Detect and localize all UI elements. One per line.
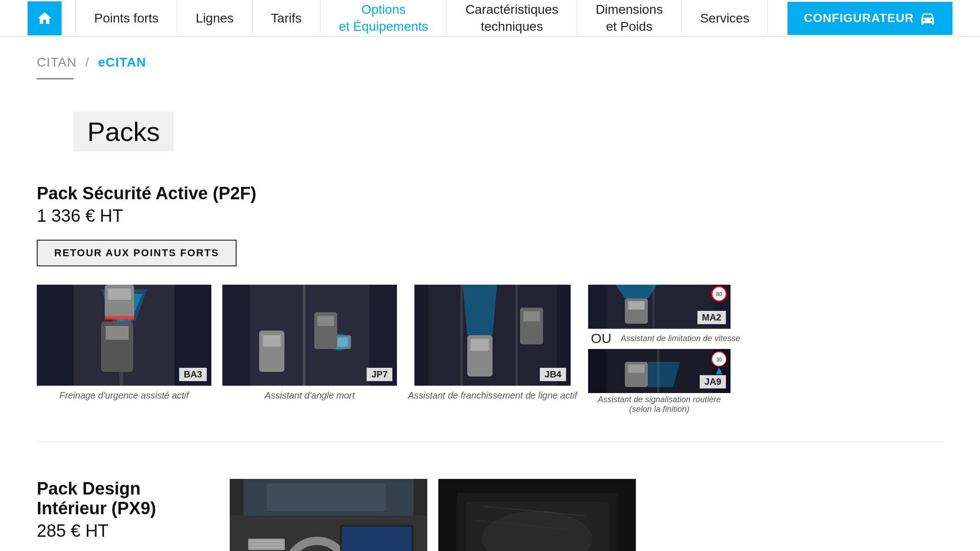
pack1-img-brake: BA3 — [37, 285, 211, 386]
svg-rect-19 — [317, 316, 334, 326]
pack2-img-fi9: FI9 — [438, 479, 636, 551]
ou-label: OU — [591, 331, 612, 346]
pack1-images-row: BA3 Freinage d'urgence assisté actif — [37, 285, 943, 414]
pack2-section: Pack Design Intérieur (PX9) 285 € HT Le … — [0, 465, 980, 551]
svg-rect-4 — [106, 326, 129, 340]
ja9-caption: Assistant de signalisation routière (sel… — [588, 395, 731, 414]
svg-rect-59 — [266, 484, 386, 511]
svg-marker-26 — [463, 285, 497, 335]
car-icon — [919, 10, 936, 27]
svg-rect-56 — [250, 543, 283, 545]
page-title: Packs — [87, 116, 160, 147]
pack2-price: 285 € HT — [37, 521, 202, 541]
pack2-images-row: ★ FP4 Bouches d'aér — [230, 479, 636, 551]
svg-rect-14 — [263, 335, 281, 347]
pack2-title: Pack Design Intérieur (PX9) — [37, 479, 202, 518]
retour-button[interactable]: RETOUR AUX POINTS FORTS — [37, 240, 237, 266]
svg-rect-33 — [628, 301, 645, 309]
home-button[interactable] — [28, 1, 62, 35]
pack2-info: Pack Design Intérieur (PX9) 285 € HT Le … — [37, 479, 202, 551]
pack1-img-ma2: 80 MA2 — [588, 285, 731, 329]
pack1-section: Pack Sécurité Active (P2F) 1 336 € HT RE… — [0, 184, 980, 442]
nav-item-tarifs[interactable]: Tarifs — [253, 0, 321, 36]
ma2-caption: Assistant de limitation de vitesse — [621, 334, 740, 343]
svg-rect-8 — [108, 288, 131, 300]
svg-rect-22 — [460, 285, 463, 386]
pack1-image-1: BA3 Freinage d'urgence assisté actif — [37, 285, 211, 401]
pack1-img-lane: JB4 — [414, 285, 571, 386]
pack1-badge-ma2: MA2 — [697, 311, 726, 324]
svg-text:80: 80 — [716, 291, 722, 298]
pack1-img-mirror: JP7 — [222, 285, 397, 386]
pack1-image-3: JB4 Assistant de franchissement de ligne… — [408, 285, 577, 401]
nav-item-options[interactable]: Optionset Équipements — [320, 0, 447, 36]
home-icon — [36, 10, 53, 27]
svg-rect-9 — [105, 316, 134, 320]
pack2-image-2: FI9 Pièce de garniture de tableau de bor… — [438, 479, 636, 551]
pack1-caption-3: Assistant de franchissement de ligne act… — [408, 390, 577, 401]
section-separator — [37, 442, 943, 442]
svg-rect-53 — [342, 527, 412, 551]
pack1-caption-2: Assistant d'angle mort — [265, 390, 355, 401]
breadcrumb: CITAN / eCITAN — [0, 37, 980, 74]
pack1-image-2: JP7 Assistant d'angle mort — [222, 285, 397, 401]
pack1-badge-1: BA3 — [179, 368, 207, 381]
pack1-price: 1 336 € HT — [37, 206, 943, 226]
nav-item-dimensions[interactable]: Dimensionset Poids — [577, 0, 681, 36]
pack1-badge-ja9: JA9 — [700, 375, 726, 388]
pack1-side-group: 80 MA2 OU Assistant de limitation de vit… — [588, 285, 740, 414]
svg-rect-28 — [523, 311, 540, 321]
svg-text:30: 30 — [716, 357, 722, 362]
svg-rect-57 — [250, 546, 283, 548]
nav-item-services[interactable]: Services — [682, 0, 768, 36]
pack1-badge-2: JP7 — [367, 368, 392, 381]
svg-rect-25 — [470, 339, 489, 351]
pack1-title: Pack Sécurité Active (P2F) — [37, 184, 943, 203]
nav-item-lignes[interactable]: Lignes — [177, 0, 253, 36]
pack1-img-ja9: 30 JA9 — [588, 349, 731, 393]
page-title-wrapper: Packs — [74, 112, 174, 152]
svg-rect-41 — [628, 365, 645, 373]
svg-rect-55 — [250, 540, 283, 542]
svg-rect-31 — [652, 285, 655, 329]
pack2-img-fp4: ★ FP4 — [230, 479, 427, 551]
nav-item-points-forts[interactable]: Points forts — [75, 0, 177, 36]
svg-rect-12 — [303, 285, 306, 386]
pack1-caption-1: Freinage d'urgence assisté actif — [59, 390, 189, 401]
pack1-badge-3: JB4 — [540, 368, 566, 381]
nav-items: Points forts Lignes Tarifs Optionset Équ… — [75, 0, 787, 36]
nav-item-caracteristiques[interactable]: Caractéristiquestechniques — [447, 0, 577, 36]
pack2-image-1: ★ FP4 Bouches d'aér — [230, 479, 427, 551]
navigation: Points forts Lignes Tarifs Optionset Équ… — [0, 0, 980, 37]
configurateur-button[interactable]: CONFIGURATEUR — [787, 2, 952, 35]
svg-rect-23 — [515, 285, 518, 386]
